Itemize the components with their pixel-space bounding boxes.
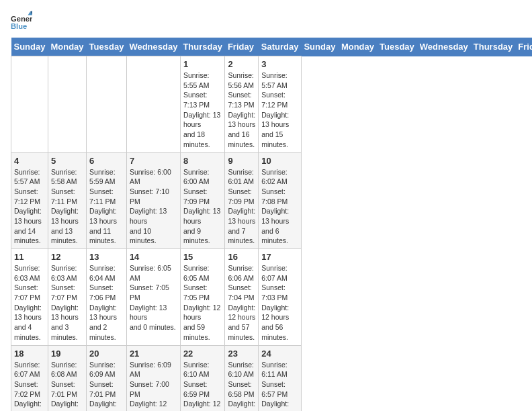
day-header-thursday: Thursday <box>180 38 225 56</box>
day-number: 23 <box>228 349 255 359</box>
calendar-week-2: 4Sunrise: 5:57 AM Sunset: 7:12 PM Daylig… <box>11 152 533 249</box>
day-number: 12 <box>51 252 83 262</box>
calendar-table: SundayMondayTuesdayWednesdayThursdayFrid… <box>11 38 532 411</box>
day-info: Sunrise: 6:05 AM Sunset: 7:05 PM Dayligh… <box>130 263 177 332</box>
day-number: 14 <box>130 252 177 262</box>
day-info: Sunrise: 6:01 AM Sunset: 7:09 PM Dayligh… <box>228 167 255 246</box>
calendar-cell: 10Sunrise: 6:02 AM Sunset: 7:08 PM Dayli… <box>259 152 302 249</box>
day-info: Sunrise: 6:02 AM Sunset: 7:08 PM Dayligh… <box>261 167 298 246</box>
calendar-cell: 2Sunrise: 5:56 AM Sunset: 7:13 PM Daylig… <box>225 56 259 153</box>
page-header: General Blue <box>11 11 521 32</box>
day-number: 10 <box>261 156 298 166</box>
day-number: 11 <box>14 252 45 262</box>
logo: General Blue <box>11 11 35 32</box>
calendar-cell: 15Sunrise: 6:05 AM Sunset: 7:05 PM Dayli… <box>180 249 225 346</box>
calendar-cell: 20Sunrise: 6:09 AM Sunset: 7:01 PM Dayli… <box>87 345 127 411</box>
calendar-cell: 24Sunrise: 6:11 AM Sunset: 6:57 PM Dayli… <box>259 345 302 411</box>
day-number: 22 <box>183 349 222 359</box>
day-info: Sunrise: 5:59 AM Sunset: 7:11 PM Dayligh… <box>89 167 124 246</box>
calendar-cell: 3Sunrise: 5:57 AM Sunset: 7:12 PM Daylig… <box>259 56 302 153</box>
day-info: Sunrise: 5:58 AM Sunset: 7:11 PM Dayligh… <box>51 167 83 246</box>
day-info: Sunrise: 5:57 AM Sunset: 7:12 PM Dayligh… <box>261 71 298 150</box>
calendar-week-1: 1Sunrise: 5:55 AM Sunset: 7:13 PM Daylig… <box>11 56 533 153</box>
calendar-cell: 4Sunrise: 5:57 AM Sunset: 7:12 PM Daylig… <box>11 152 48 249</box>
day-header-wednesday: Wednesday <box>126 38 180 56</box>
day-header-tuesday: Tuesday <box>377 38 417 56</box>
day-info: Sunrise: 5:55 AM Sunset: 7:13 PM Dayligh… <box>183 71 222 150</box>
day-info: Sunrise: 6:07 AM Sunset: 7:02 PM Dayligh… <box>14 360 45 412</box>
day-info: Sunrise: 6:04 AM Sunset: 7:06 PM Dayligh… <box>89 263 124 342</box>
svg-text:Blue: Blue <box>11 22 27 30</box>
day-info: Sunrise: 6:00 AM Sunset: 7:09 PM Dayligh… <box>183 167 222 246</box>
calendar-cell: 7Sunrise: 6:00 AM Sunset: 7:10 PM Daylig… <box>126 152 180 249</box>
day-number: 19 <box>51 349 83 359</box>
calendar-cell <box>126 56 180 153</box>
calendar-cell <box>11 56 48 153</box>
day-number: 4 <box>14 156 45 166</box>
day-header-sunday: Sunday <box>11 38 48 56</box>
day-number: 9 <box>228 156 255 166</box>
day-number: 2 <box>228 59 255 69</box>
day-number: 15 <box>183 252 222 262</box>
day-header-monday: Monday <box>339 38 377 56</box>
day-header-sunday: Sunday <box>301 38 338 56</box>
day-header-monday: Monday <box>48 38 86 56</box>
calendar-cell: 14Sunrise: 6:05 AM Sunset: 7:05 PM Dayli… <box>126 249 180 346</box>
calendar-cell: 5Sunrise: 5:58 AM Sunset: 7:11 PM Daylig… <box>48 152 86 249</box>
calendar-cell: 1Sunrise: 5:55 AM Sunset: 7:13 PM Daylig… <box>180 56 225 153</box>
calendar-header-row: SundayMondayTuesdayWednesdayThursdayFrid… <box>11 38 533 56</box>
calendar-cell <box>87 56 127 153</box>
calendar-week-4: 18Sunrise: 6:07 AM Sunset: 7:02 PM Dayli… <box>11 345 533 411</box>
calendar-week-3: 11Sunrise: 6:03 AM Sunset: 7:07 PM Dayli… <box>11 249 533 346</box>
day-info: Sunrise: 6:06 AM Sunset: 7:04 PM Dayligh… <box>228 263 255 342</box>
logo-icon: General Blue <box>11 11 32 32</box>
day-info: Sunrise: 5:57 AM Sunset: 7:12 PM Dayligh… <box>14 167 45 246</box>
day-header-friday: Friday <box>515 38 532 56</box>
day-number: 18 <box>14 349 45 359</box>
day-info: Sunrise: 6:05 AM Sunset: 7:05 PM Dayligh… <box>183 263 222 342</box>
calendar-cell: 12Sunrise: 6:03 AM Sunset: 7:07 PM Dayli… <box>48 249 86 346</box>
calendar-cell: 18Sunrise: 6:07 AM Sunset: 7:02 PM Dayli… <box>11 345 48 411</box>
day-info: Sunrise: 6:10 AM Sunset: 6:59 PM Dayligh… <box>183 360 222 412</box>
day-number: 3 <box>261 59 298 69</box>
day-info: Sunrise: 6:09 AM Sunset: 7:01 PM Dayligh… <box>89 360 124 412</box>
day-info: Sunrise: 6:03 AM Sunset: 7:07 PM Dayligh… <box>51 263 83 342</box>
calendar-cell: 11Sunrise: 6:03 AM Sunset: 7:07 PM Dayli… <box>11 249 48 346</box>
day-number: 6 <box>89 156 124 166</box>
calendar-cell: 8Sunrise: 6:00 AM Sunset: 7:09 PM Daylig… <box>180 152 225 249</box>
day-info: Sunrise: 6:07 AM Sunset: 7:03 PM Dayligh… <box>261 263 298 342</box>
day-number: 17 <box>261 252 298 262</box>
calendar-cell: 19Sunrise: 6:08 AM Sunset: 7:01 PM Dayli… <box>48 345 86 411</box>
calendar-cell: 9Sunrise: 6:01 AM Sunset: 7:09 PM Daylig… <box>225 152 259 249</box>
day-info: Sunrise: 6:00 AM Sunset: 7:10 PM Dayligh… <box>130 167 177 246</box>
day-header-thursday: Thursday <box>471 38 516 56</box>
calendar-cell: 17Sunrise: 6:07 AM Sunset: 7:03 PM Dayli… <box>259 249 302 346</box>
day-number: 16 <box>228 252 255 262</box>
day-header-saturday: Saturday <box>259 38 302 56</box>
day-header-tuesday: Tuesday <box>87 38 127 56</box>
calendar-cell <box>48 56 86 153</box>
day-info: Sunrise: 6:10 AM Sunset: 6:58 PM Dayligh… <box>228 360 255 412</box>
day-header-friday: Friday <box>225 38 259 56</box>
day-number: 21 <box>130 349 177 359</box>
day-number: 24 <box>261 349 298 359</box>
day-info: Sunrise: 5:56 AM Sunset: 7:13 PM Dayligh… <box>228 71 255 150</box>
calendar-cell: 6Sunrise: 5:59 AM Sunset: 7:11 PM Daylig… <box>87 152 127 249</box>
calendar-cell: 13Sunrise: 6:04 AM Sunset: 7:06 PM Dayli… <box>87 249 127 346</box>
calendar-cell: 23Sunrise: 6:10 AM Sunset: 6:58 PM Dayli… <box>225 345 259 411</box>
calendar-cell: 16Sunrise: 6:06 AM Sunset: 7:04 PM Dayli… <box>225 249 259 346</box>
day-number: 13 <box>89 252 124 262</box>
calendar-cell: 21Sunrise: 6:09 AM Sunset: 7:00 PM Dayli… <box>126 345 180 411</box>
day-header-wednesday: Wednesday <box>417 38 471 56</box>
day-number: 7 <box>130 156 177 166</box>
day-info: Sunrise: 6:03 AM Sunset: 7:07 PM Dayligh… <box>14 263 45 342</box>
svg-text:General: General <box>11 15 32 23</box>
day-number: 20 <box>89 349 124 359</box>
day-info: Sunrise: 6:08 AM Sunset: 7:01 PM Dayligh… <box>51 360 83 412</box>
calendar-cell: 22Sunrise: 6:10 AM Sunset: 6:59 PM Dayli… <box>180 345 225 411</box>
day-number: 1 <box>183 59 222 69</box>
day-number: 5 <box>51 156 83 166</box>
day-info: Sunrise: 6:11 AM Sunset: 6:57 PM Dayligh… <box>261 360 298 412</box>
day-info: Sunrise: 6:09 AM Sunset: 7:00 PM Dayligh… <box>130 360 177 412</box>
day-number: 8 <box>183 156 222 166</box>
